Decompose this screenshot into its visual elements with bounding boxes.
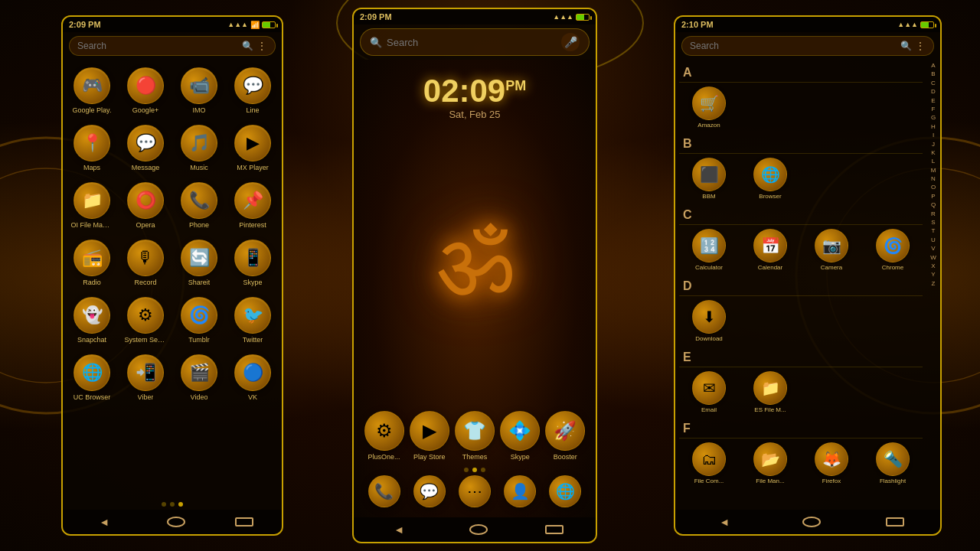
alpha-letter[interactable]: Z <box>932 280 936 288</box>
left-app-item[interactable]: 👻 Snapchat <box>67 293 117 347</box>
right-search-icon[interactable]: 🔍 <box>900 41 912 51</box>
center-symbol-area: ॐ <box>436 120 514 407</box>
alpha-letter[interactable]: K <box>931 149 935 157</box>
alpha-letter[interactable]: L <box>932 158 935 165</box>
alpha-letter[interactable]: Q <box>931 201 936 209</box>
alpha-letter[interactable]: P <box>931 193 935 201</box>
right-menu-icon[interactable]: ⋮ <box>915 40 926 52</box>
center-nav-back[interactable]: ◄ <box>386 521 412 538</box>
alpha-letter[interactable]: U <box>931 236 936 244</box>
right-app-item[interactable]: 🌐 Browser <box>740 155 800 202</box>
center-app-icon: ▶ <box>410 411 449 451</box>
right-app-item[interactable]: 📷 Camera <box>802 227 861 273</box>
left-app-item[interactable]: 📌 Pinterest <box>227 178 278 233</box>
alpha-letter[interactable]: M <box>931 167 936 174</box>
left-app-item[interactable]: 🔵 VK <box>227 350 278 405</box>
left-app-item[interactable]: 📻 Radio <box>67 236 117 290</box>
alpha-letter[interactable]: S <box>931 219 935 227</box>
right-app-item[interactable]: 📂 File Man... <box>740 440 800 487</box>
left-app-item[interactable]: 🌀 Tumblr <box>174 293 224 347</box>
alpha-letter[interactable]: G <box>931 114 936 122</box>
alpha-letter[interactable]: X <box>931 262 935 270</box>
left-app-item[interactable]: 🔴 Google+ <box>120 64 171 118</box>
alpha-letter[interactable]: D <box>931 88 936 96</box>
left-search-input[interactable] <box>77 41 242 51</box>
alpha-letter[interactable]: O <box>931 184 936 191</box>
right-search-bar[interactable]: 🔍 ⋮ <box>681 36 934 56</box>
center-nav-home[interactable] <box>469 524 488 535</box>
left-app-item[interactable]: ⭕ Opera <box>120 178 171 233</box>
alpha-letter[interactable]: R <box>931 210 936 218</box>
alpha-letter[interactable]: T <box>932 227 936 235</box>
center-search-bar[interactable]: 🔍 🎤 <box>360 28 590 56</box>
left-app-item[interactable]: 🎙 Record <box>120 236 171 290</box>
center-dock-app[interactable]: 💠 Skype <box>500 411 540 461</box>
right-nav-back[interactable]: ◄ <box>711 514 737 530</box>
center-dock-app-2[interactable]: 📞 <box>368 475 400 507</box>
left-app-item[interactable]: 🎮 Google Play. <box>67 64 117 118</box>
alpha-letter[interactable]: N <box>931 175 936 183</box>
right-app-item[interactable]: 📁 ES File M... <box>740 369 800 416</box>
center-dock-app-2[interactable]: ⋯ <box>459 475 491 507</box>
alpha-letter[interactable]: A <box>931 62 935 70</box>
left-app-item[interactable]: 📁 OI File Mana... <box>67 178 117 233</box>
left-app-item[interactable]: 📲 Viber <box>120 350 171 405</box>
right-app-item[interactable]: ⬇ Download <box>679 298 739 344</box>
search-icon[interactable]: 🔍 <box>242 41 253 51</box>
right-app-item[interactable]: 📅 Calendar <box>740 227 800 273</box>
left-app-item[interactable]: 🎵 Music <box>174 121 224 175</box>
center-dock-app[interactable]: 🚀 Booster <box>545 411 585 461</box>
alpha-letter[interactable]: Y <box>931 271 935 279</box>
right-nav-recent[interactable] <box>886 517 904 527</box>
small-app-icon: 📅 <box>753 229 787 262</box>
center-dock-app[interactable]: ⚙ PlusOne... <box>364 411 404 461</box>
right-app-item[interactable]: 🗂 File Com... <box>679 440 739 487</box>
left-app-item[interactable]: 🌐 UC Browser <box>67 350 117 405</box>
center-dock-app-2[interactable]: 👤 <box>504 475 536 507</box>
left-app-item[interactable]: 🐦 Twitter <box>227 293 278 347</box>
right-app-item[interactable]: 🔢 Calculator <box>679 227 739 273</box>
alpha-letter[interactable]: H <box>931 123 936 131</box>
left-app-item[interactable]: ⚙ System Setti... <box>120 293 171 347</box>
right-nav-home[interactable] <box>802 517 821 527</box>
center-dock-app[interactable]: ▶ Play Store <box>410 411 449 461</box>
center-dock-app[interactable]: 👕 Themes <box>455 411 495 461</box>
right-app-item[interactable]: 🛒 Amazon <box>679 84 739 131</box>
center-search-input[interactable] <box>387 37 561 48</box>
center-nav-recent[interactable] <box>545 525 564 534</box>
right-app-item[interactable]: ✉ Email <box>679 369 739 416</box>
menu-icon[interactable]: ⋮ <box>256 40 267 52</box>
alpha-letter[interactable]: C <box>931 80 936 87</box>
alpha-letter[interactable]: W <box>930 254 936 262</box>
right-app-item[interactable]: 🌀 Chrome <box>863 227 923 273</box>
left-app-item[interactable]: ▶ MX Player <box>227 121 278 175</box>
nav-back-btn[interactable]: ◄ <box>91 514 117 530</box>
center-dock-app-2[interactable]: 🌐 <box>549 475 581 507</box>
left-app-item[interactable]: 📞 Phone <box>174 178 224 233</box>
alpha-letter[interactable]: F <box>932 106 936 113</box>
right-app-item[interactable]: 🔦 Flashlight <box>863 440 923 487</box>
alpha-letter[interactable]: V <box>931 245 935 253</box>
left-app-item[interactable]: 💬 Message <box>120 121 171 175</box>
alpha-letter[interactable]: J <box>932 141 935 148</box>
nav-home-btn[interactable] <box>167 517 185 527</box>
app-icon: 🌀 <box>181 297 217 334</box>
left-app-item[interactable]: 📱 Skype <box>227 236 278 290</box>
center-dock-app-2[interactable]: 💬 <box>413 475 446 507</box>
alpha-letter[interactable]: B <box>931 70 935 78</box>
left-search-bar[interactable]: 🔍 ⋮ <box>69 36 276 56</box>
alpha-letter[interactable]: I <box>933 132 934 139</box>
alpha-letter[interactable]: E <box>931 97 935 105</box>
nav-recent-btn[interactable] <box>235 517 253 527</box>
app-label: Tumblr <box>188 336 210 344</box>
center-mic-icon[interactable]: 🎤 <box>561 33 580 51</box>
left-app-item[interactable]: 🔄 Shareit <box>174 236 224 290</box>
app-label: Video <box>191 393 208 401</box>
left-app-item[interactable]: 💬 Line <box>227 64 278 118</box>
left-app-item[interactable]: 📹 IMO <box>174 64 224 118</box>
right-app-item[interactable]: ⬛ BBM <box>679 155 739 202</box>
right-search-input[interactable] <box>690 41 900 51</box>
left-app-item[interactable]: 🎬 Video <box>174 350 224 405</box>
right-app-item[interactable]: 🦊 Firefox <box>802 440 861 487</box>
left-app-item[interactable]: 📍 Maps <box>67 121 117 175</box>
